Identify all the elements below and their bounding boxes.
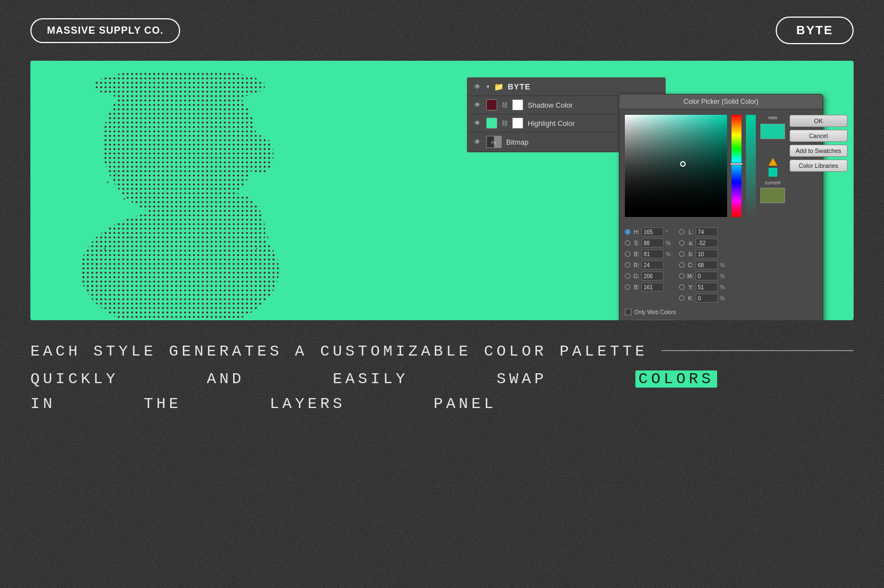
shadow-color-swatch[interactable] [486,99,497,110]
b-radio[interactable] [625,251,630,257]
M-field-row: M: % [679,271,725,281]
line2-layers: LAYERS [270,395,345,412]
C-radio[interactable] [679,262,685,268]
line2-the: THE [144,395,181,412]
web-colors-checkbox[interactable] [625,309,632,315]
tagline-row-2: QUICKLY AND EASILY SWAP COLORS IN THE LA… [30,367,854,417]
hex-input[interactable] [631,320,675,320]
K-radio[interactable] [679,295,685,301]
eye-icon-shadow[interactable]: 👁 [473,100,482,109]
tagline-divider [661,350,854,351]
line2-and: AND [207,370,244,388]
new-label: new [768,115,777,120]
color-libraries-button[interactable]: Color Libraries [790,160,848,172]
bv-radio[interactable] [625,284,630,290]
svg-point-15 [256,248,258,250]
color-picker-dialog: Color Picker (Solid Color) [619,94,823,320]
bv-label: B: [633,284,639,290]
fold-icon[interactable]: ▾ [486,83,490,91]
svg-point-14 [96,264,98,266]
L-input[interactable] [696,227,718,236]
line2-easily: EASILY [333,370,408,388]
M-radio[interactable] [679,273,685,279]
eye-icon-header[interactable]: 👁 [473,82,482,91]
svg-point-10 [115,173,117,175]
K-input[interactable] [696,294,718,303]
product-label: BYTE [776,17,854,44]
svg-point-12 [129,237,131,239]
bv-field-row: B: [625,282,671,292]
line2-swap: SWAP [497,370,547,388]
bitmap-layer-name: Bitmap [506,138,528,146]
main-image-area: 👁 ▾ 📁 BYTE 👁 ⛓ Shadow Color 👁 ⛓ Highligh… [30,61,854,320]
h-radio[interactable] [625,229,630,235]
M-input[interactable] [696,272,718,280]
white-swatch-shadow[interactable] [512,99,523,110]
folder-icon: 📁 [494,82,503,91]
h-unit: ° [666,229,668,235]
new-color-swatch[interactable] [760,124,785,139]
g-field-row: G: [625,271,671,281]
brand-label: MASSIVE SUPPLY CO. [30,18,180,43]
hue-slider[interactable] [732,115,741,217]
s-radio[interactable] [625,240,630,246]
g-radio[interactable] [625,273,630,279]
s-unit: % [666,240,671,246]
a-input[interactable] [696,239,718,247]
svg-point-16 [267,236,269,239]
web-safe-swatch[interactable] [769,168,777,177]
color-gradient-picker[interactable] [625,115,727,217]
warning-triangle-icon [769,158,777,166]
hex-row: # [619,320,823,320]
s-input[interactable] [641,239,664,247]
shadow-layer-name: Shadow Color [528,101,573,109]
svg-point-9 [107,181,109,183]
C-input[interactable] [696,261,718,269]
b-unit: % [666,251,671,257]
white-swatch-highlight[interactable] [512,118,523,129]
cancel-button[interactable]: Cancel [790,130,848,142]
r-radio[interactable] [625,262,630,268]
r-label: R: [633,262,639,268]
chain-icon-shadow: ⛓ [502,102,508,108]
highlight-color-swatch[interactable] [486,118,497,129]
layers-group-name: BYTE [508,82,530,91]
r-input[interactable] [641,261,664,269]
K-label: K: [687,295,693,301]
bitmap-thumbnail: Fs [486,136,502,148]
blab-field-row: b: [679,249,725,259]
alpha-slider[interactable] [746,115,756,217]
line2-in: IN [30,395,56,412]
a-radio[interactable] [679,240,685,246]
Y-field-row: Y: % [679,282,725,292]
C-unit: % [720,262,725,268]
eye-icon-highlight[interactable]: 👁 [473,119,482,128]
s-field-row: S: % [625,238,671,248]
add-to-swatches-button[interactable]: Add to Swatches [790,145,848,157]
ok-button[interactable]: OK [790,115,848,127]
L-radio[interactable] [679,229,685,235]
bv-input[interactable] [641,283,664,292]
h-field-row: H: ° [625,227,671,237]
Y-radio[interactable] [679,284,685,290]
highlight-layer-name: Highlight Color [528,119,575,128]
b-input[interactable] [641,250,664,258]
portrait-silhouette [64,72,307,320]
svg-point-17 [273,259,275,261]
b-field-row: B: % [625,249,671,259]
hue-slider-container [732,115,741,217]
L-field-row: L: [679,227,725,237]
blab-input[interactable] [696,250,718,258]
Y-label: Y: [687,284,693,290]
line2-colors: COLORS [635,370,718,388]
lab-cmyk-fields: L: a: b: C: [679,227,725,303]
eye-icon-bitmap[interactable]: 👁 [473,137,482,146]
h-input[interactable] [641,227,664,236]
svg-point-13 [104,247,106,250]
g-input[interactable] [641,272,664,280]
blab-radio[interactable] [679,251,685,257]
color-picker-title: Color Picker (Solid Color) [619,94,823,109]
g-label: G: [633,273,639,279]
Y-input[interactable] [696,283,718,292]
h-label: H: [633,229,639,235]
